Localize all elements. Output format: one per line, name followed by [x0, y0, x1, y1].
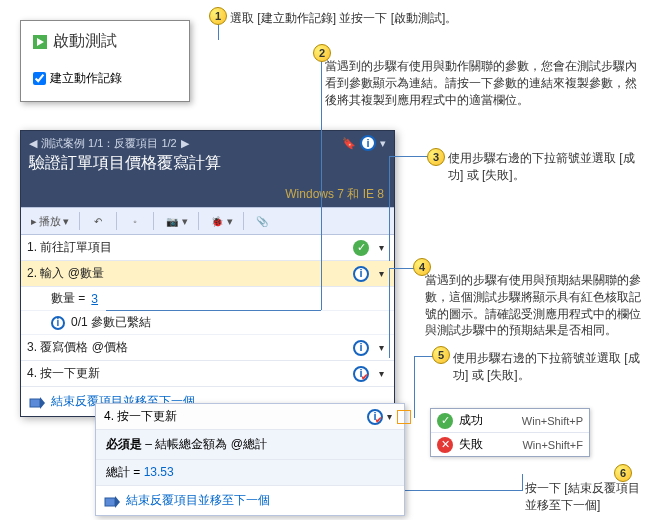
pause-icon: ◦ [127, 213, 143, 229]
bookmark-icon[interactable]: 🔖 [342, 137, 356, 150]
callout-6-badge: 6 [614, 464, 632, 482]
step-list: 1. 前往訂單項目 ✓ ▾ 2. 輸入 @數量 i ▾ 數量 = 3 i 0/1… [21, 235, 394, 416]
next-iter-icon [104, 494, 120, 508]
chevron-down-icon: ▾ [227, 215, 233, 228]
detail-end-iteration-label: 結束反覆項目並移至下一個 [126, 492, 270, 509]
toolbar: ▸ 播放 ▾ ↶ ◦ 📷▾ 🐞▾ 📎 [21, 207, 394, 235]
svg-rect-2 [30, 399, 40, 407]
total-value: 13.53 [144, 465, 174, 479]
fail-icon: ✕ [437, 437, 453, 453]
step-2-text: 2. 輸入 @數量 [27, 265, 347, 282]
step-2-dropdown[interactable]: ▾ [375, 268, 388, 279]
start-test-label: 啟動測試 [53, 31, 117, 52]
bug-icon: 🐞 [209, 213, 225, 229]
callout-1-badge: 1 [209, 7, 227, 25]
nav-next-icon[interactable]: ▶ [181, 137, 189, 150]
param-bound-count: 0/1 參數已繫結 [71, 314, 151, 331]
panel-header: ◀ 測試案例 1/1：反覆項目 1/2 ▶ 🔖 i ▾ 驗證訂單項目價格覆寫計算 [21, 131, 394, 182]
detail-total-row: 總計 = 13.53 [96, 460, 404, 486]
must-label: 必須是 [106, 437, 142, 451]
step-4-text: 4. 按一下更新 [27, 365, 347, 382]
play-icon: ▸ [31, 215, 37, 228]
callout-5-text: 使用步驟右邊的下拉箭號並選取 [成功] 或 [失敗]。 [453, 350, 643, 384]
total-label: 總計 = [106, 465, 144, 479]
play-start-icon [33, 35, 47, 49]
callout-6-text: 按一下 [結束反覆項目並移至下一個] [525, 480, 650, 514]
expected-check-icon[interactable]: i✔ [367, 409, 383, 425]
reset-button[interactable]: ↶ [86, 211, 110, 231]
play-button[interactable]: ▸ 播放 ▾ [27, 212, 73, 231]
step-2-binding: i 0/1 參數已繫結 [21, 311, 394, 335]
camera-icon: 📷 [164, 213, 180, 229]
pass-icon[interactable]: ✓ [353, 240, 369, 256]
expected-text: – 結帳總金額為 @總計 [142, 437, 267, 451]
info-icon[interactable]: i [360, 135, 376, 151]
step-4-dropdown[interactable]: ▾ [375, 368, 388, 379]
nav-prev-icon[interactable]: ◀ [29, 137, 37, 150]
step-3-text: 3. 覆寫價格 @價格 [27, 339, 347, 356]
page-title: 驗證訂單項目價格覆寫計算 [29, 153, 386, 174]
detail-title: 4. 按一下更新 [104, 408, 367, 425]
create-action-record-label: 建立動作記錄 [50, 70, 122, 87]
callout-3-text: 使用步驟右邊的下拉箭號並選取 [成功] 或 [失敗]。 [448, 150, 638, 184]
step-row-4[interactable]: 4. 按一下更新 i✔ ▾ [21, 361, 394, 387]
fail-shortcut: Win+Shift+F [522, 439, 583, 451]
next-iter-icon [29, 395, 45, 409]
play-label: 播放 [39, 214, 61, 229]
dropdown-highlight [397, 410, 411, 424]
test-runner-panel: ◀ 測試案例 1/1：反覆項目 1/2 ▶ 🔖 i ▾ 驗證訂單項目價格覆寫計算… [20, 130, 395, 417]
pass-label: 成功 [459, 412, 483, 429]
pass-icon: ✓ [437, 413, 453, 429]
svg-marker-5 [115, 496, 120, 508]
passfail-menu: ✓ 成功 Win+Shift+P ✕ 失敗 Win+Shift+F [430, 408, 590, 457]
pause-button[interactable]: ◦ [123, 211, 147, 231]
svg-marker-3 [40, 397, 45, 409]
chevron-down-icon: ▾ [63, 215, 69, 228]
step-3-dropdown[interactable]: ▾ [375, 342, 388, 353]
pass-menu-item[interactable]: ✓ 成功 Win+Shift+P [431, 409, 589, 432]
camera-button[interactable]: 📷▾ [160, 211, 192, 231]
step-row-3[interactable]: 3. 覆寫價格 @價格 i ▾ [21, 335, 394, 361]
bug-button[interactable]: 🐞▾ [205, 211, 237, 231]
create-action-record-checkbox[interactable]: 建立動作記錄 [33, 70, 177, 87]
pass-shortcut: Win+Shift+P [522, 415, 583, 427]
breadcrumb: 測試案例 1/1：反覆項目 1/2 [41, 136, 177, 151]
callout-4-text: 當遇到的步驟有使用與預期結果關聯的參數，這個測試步驟將顯示具有紅色核取記號的圖示… [425, 272, 645, 339]
step-2-param: 數量 = 3 [21, 287, 394, 311]
info-icon: i [51, 316, 65, 330]
undo-icon: ↶ [90, 213, 106, 229]
svg-rect-4 [105, 498, 115, 506]
start-test-title: 啟動測試 [33, 31, 177, 52]
step-4-detail-panel: 4. 按一下更新 i✔ ▾ 必須是 – 結帳總金額為 @總計 總計 = 13.5… [95, 403, 405, 516]
fail-menu-item[interactable]: ✕ 失敗 Win+Shift+F [431, 432, 589, 456]
callout-2-badge: 2 [313, 44, 331, 62]
param-label: 數量 = [51, 290, 85, 307]
expected-check-icon[interactable]: i✔ [353, 366, 369, 382]
environment-label: Windows 7 和 IE 8 [21, 182, 394, 207]
chevron-down-icon: ▾ [182, 215, 188, 228]
active-icon[interactable]: i [353, 266, 369, 282]
callout-2-text: 當遇到的步驟有使用與動作關聯的參數，您會在測試步驟內看到參數顯示為連結。請按一下… [325, 58, 640, 108]
step-1-text: 1. 前往訂單項目 [27, 239, 347, 256]
fail-label: 失敗 [459, 436, 483, 453]
step-row-2[interactable]: 2. 輸入 @數量 i ▾ [21, 261, 394, 287]
detail-expected: 必須是 – 結帳總金額為 @總計 [96, 430, 404, 460]
callout-4-badge: 4 [413, 258, 431, 276]
chevron-down-icon[interactable]: ▾ [380, 137, 386, 150]
param-link[interactable]: 3 [91, 292, 98, 306]
callout-5-badge: 5 [432, 346, 450, 364]
callout-3-badge: 3 [427, 148, 445, 166]
active-icon[interactable]: i [353, 340, 369, 356]
callout-1-text: 選取 [建立動作記錄] 並按一下 [啟動測試]。 [230, 10, 530, 27]
step-row-1[interactable]: 1. 前往訂單項目 ✓ ▾ [21, 235, 394, 261]
start-test-popup: 啟動測試 建立動作記錄 [20, 20, 190, 102]
detail-dropdown[interactable]: ▾ [383, 411, 396, 422]
step-1-dropdown[interactable]: ▾ [375, 242, 388, 253]
detail-end-iteration-link[interactable]: 結束反覆項目並移至下一個 [96, 486, 404, 515]
paperclip-icon: 📎 [254, 213, 270, 229]
attach-button[interactable]: 📎 [250, 211, 274, 231]
create-action-record-input[interactable] [33, 72, 46, 85]
